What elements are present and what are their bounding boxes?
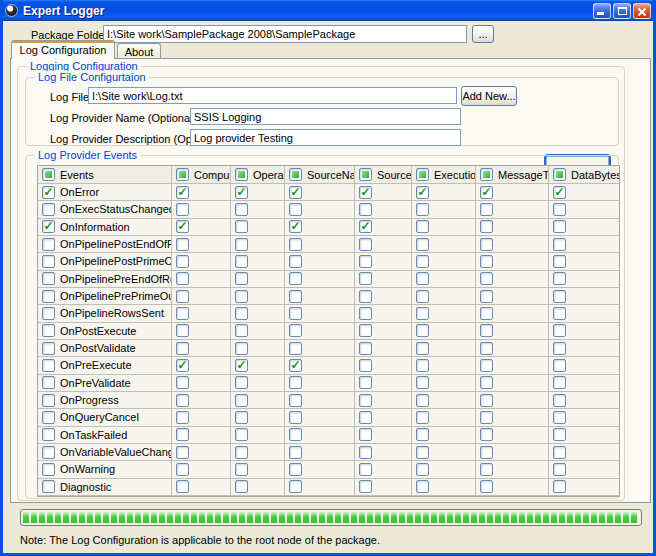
option-checkbox[interactable] <box>176 290 189 303</box>
event-checkbox[interactable] <box>42 290 55 303</box>
option-checkbox[interactable] <box>416 463 429 476</box>
option-checkbox[interactable] <box>553 480 566 493</box>
option-checkbox[interactable] <box>480 446 493 459</box>
option-checkbox[interactable] <box>416 307 429 320</box>
option-checkbox[interactable] <box>553 376 566 389</box>
option-checkbox[interactable] <box>359 359 372 372</box>
event-checkbox[interactable] <box>42 411 55 424</box>
option-checkbox[interactable] <box>235 463 248 476</box>
tab-log-configuration[interactable]: Log Configuration <box>11 40 115 59</box>
event-checkbox[interactable] <box>42 220 55 233</box>
option-checkbox[interactable] <box>176 411 189 424</box>
option-checkbox[interactable] <box>359 324 372 337</box>
option-checkbox[interactable] <box>359 446 372 459</box>
select-all-checkbox[interactable] <box>359 168 372 181</box>
option-checkbox[interactable] <box>359 342 372 355</box>
option-checkbox[interactable] <box>235 290 248 303</box>
option-checkbox[interactable] <box>289 186 302 199</box>
option-checkbox[interactable] <box>176 186 189 199</box>
event-checkbox[interactable] <box>42 446 55 459</box>
option-checkbox[interactable] <box>289 359 302 372</box>
option-checkbox[interactable] <box>553 290 566 303</box>
option-checkbox[interactable] <box>235 376 248 389</box>
option-checkbox[interactable] <box>235 342 248 355</box>
select-all-checkbox[interactable] <box>480 168 493 181</box>
option-checkbox[interactable] <box>235 307 248 320</box>
option-checkbox[interactable] <box>176 394 189 407</box>
select-all-checkbox[interactable] <box>416 168 429 181</box>
option-checkbox[interactable] <box>553 394 566 407</box>
option-checkbox[interactable] <box>235 411 248 424</box>
event-checkbox[interactable] <box>42 186 55 199</box>
option-checkbox[interactable] <box>359 272 372 285</box>
option-checkbox[interactable] <box>235 272 248 285</box>
option-checkbox[interactable] <box>176 307 189 320</box>
provider-description-input[interactable] <box>190 129 461 146</box>
option-checkbox[interactable] <box>359 376 372 389</box>
option-checkbox[interactable] <box>480 186 493 199</box>
option-checkbox[interactable] <box>176 203 189 216</box>
option-checkbox[interactable] <box>289 255 302 268</box>
option-checkbox[interactable] <box>359 186 372 199</box>
option-checkbox[interactable] <box>416 220 429 233</box>
option-checkbox[interactable] <box>416 272 429 285</box>
option-checkbox[interactable] <box>176 238 189 251</box>
option-checkbox[interactable] <box>289 307 302 320</box>
option-checkbox[interactable] <box>289 238 302 251</box>
option-checkbox[interactable] <box>289 428 302 441</box>
title-bar[interactable]: Expert Logger <box>0 0 656 21</box>
option-checkbox[interactable] <box>480 411 493 424</box>
select-all-checkbox[interactable] <box>235 168 248 181</box>
option-checkbox[interactable] <box>553 324 566 337</box>
option-checkbox[interactable] <box>480 428 493 441</box>
option-checkbox[interactable] <box>359 220 372 233</box>
option-checkbox[interactable] <box>235 203 248 216</box>
option-checkbox[interactable] <box>359 411 372 424</box>
tab-about[interactable]: About <box>117 43 161 59</box>
event-checkbox[interactable] <box>42 394 55 407</box>
option-checkbox[interactable] <box>553 428 566 441</box>
option-checkbox[interactable] <box>176 342 189 355</box>
option-checkbox[interactable] <box>480 220 493 233</box>
option-checkbox[interactable] <box>176 272 189 285</box>
option-checkbox[interactable] <box>235 238 248 251</box>
select-all-checkbox[interactable] <box>289 168 302 181</box>
option-checkbox[interactable] <box>416 342 429 355</box>
option-checkbox[interactable] <box>176 480 189 493</box>
option-checkbox[interactable] <box>289 324 302 337</box>
option-checkbox[interactable] <box>235 446 248 459</box>
option-checkbox[interactable] <box>480 307 493 320</box>
event-checkbox[interactable] <box>42 428 55 441</box>
option-checkbox[interactable] <box>235 220 248 233</box>
option-checkbox[interactable] <box>359 463 372 476</box>
event-checkbox[interactable] <box>42 272 55 285</box>
option-checkbox[interactable] <box>480 290 493 303</box>
event-checkbox[interactable] <box>42 463 55 476</box>
option-checkbox[interactable] <box>235 359 248 372</box>
event-checkbox[interactable] <box>42 376 55 389</box>
option-checkbox[interactable] <box>176 220 189 233</box>
option-checkbox[interactable] <box>416 480 429 493</box>
option-checkbox[interactable] <box>359 290 372 303</box>
option-checkbox[interactable] <box>553 342 566 355</box>
option-checkbox[interactable] <box>553 446 566 459</box>
option-checkbox[interactable] <box>416 203 429 216</box>
option-checkbox[interactable] <box>176 428 189 441</box>
option-checkbox[interactable] <box>289 203 302 216</box>
option-checkbox[interactable] <box>553 238 566 251</box>
option-checkbox[interactable] <box>480 342 493 355</box>
event-checkbox[interactable] <box>42 324 55 337</box>
minimize-button[interactable] <box>593 3 611 19</box>
option-checkbox[interactable] <box>553 186 566 199</box>
option-checkbox[interactable] <box>176 463 189 476</box>
option-checkbox[interactable] <box>553 463 566 476</box>
option-checkbox[interactable] <box>235 480 248 493</box>
option-checkbox[interactable] <box>176 376 189 389</box>
event-checkbox[interactable] <box>42 203 55 216</box>
close-button[interactable] <box>633 3 651 19</box>
option-checkbox[interactable] <box>359 203 372 216</box>
option-checkbox[interactable] <box>289 342 302 355</box>
option-checkbox[interactable] <box>416 255 429 268</box>
option-checkbox[interactable] <box>553 203 566 216</box>
option-checkbox[interactable] <box>480 359 493 372</box>
